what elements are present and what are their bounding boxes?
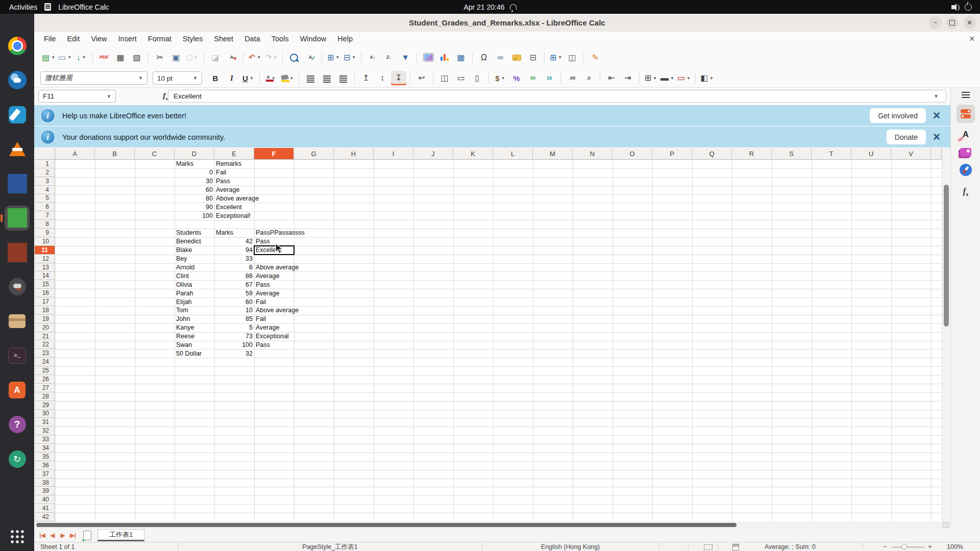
name-box[interactable]: F11 ▼: [38, 90, 116, 103]
row-header-17[interactable]: 17: [35, 297, 55, 306]
cell-E7[interactable]: Exceptional!: [214, 211, 254, 220]
headers-footers-button[interactable]: ⊟: [525, 51, 541, 65]
cell-E18[interactable]: 10: [214, 306, 254, 315]
dropdown-arrow-icon[interactable]: ▼: [290, 76, 294, 81]
bold-button[interactable]: B: [208, 71, 223, 85]
column-header-B[interactable]: B: [95, 148, 135, 160]
decrease-indent-button[interactable]: ⇤: [604, 71, 619, 85]
sheet-tab[interactable]: 工作表1: [97, 529, 144, 541]
dock-item-google-chrome[interactable]: [5, 33, 30, 58]
cell-E21[interactable]: 73: [214, 332, 254, 341]
add-sheet-icon[interactable]: [83, 531, 91, 540]
column-header-P[interactable]: P: [652, 148, 692, 160]
menu-view[interactable]: View: [85, 33, 112, 44]
column-header-A[interactable]: A: [55, 148, 95, 160]
save-button[interactable]: ↓▼: [74, 51, 89, 65]
row-header-12[interactable]: 12: [35, 255, 55, 263]
column-header-F[interactable]: F: [254, 148, 294, 160]
dropdown-arrow-icon[interactable]: ▼: [653, 76, 657, 81]
next-sheet-icon[interactable]: ▶: [58, 532, 68, 539]
row-header-8[interactable]: 8: [35, 220, 55, 229]
close-document-icon[interactable]: ✕: [969, 35, 975, 43]
dock-item-help[interactable]: ?: [5, 412, 30, 437]
row-header-6[interactable]: 6: [35, 203, 55, 211]
volume-icon[interactable]: [951, 5, 954, 9]
cell-E12[interactable]: 33: [214, 255, 254, 263]
split-window-button[interactable]: ◫: [565, 51, 580, 65]
cell-E2[interactable]: Fail: [214, 168, 254, 177]
cell-E10[interactable]: 42: [214, 237, 254, 246]
close-infobar-icon[interactable]: ✕: [929, 110, 944, 121]
cell-D5[interactable]: 80: [175, 194, 214, 203]
column-header-K[interactable]: K: [453, 148, 493, 160]
font-name-combobox[interactable]: 微软雅黑 ▼: [40, 71, 148, 85]
merge-cells-button[interactable]: ▭: [453, 71, 469, 85]
cell-F10[interactable]: Pass: [254, 237, 294, 246]
sort-descending-button[interactable]: Z↓: [381, 51, 397, 65]
dock-item-gimp[interactable]: [5, 274, 30, 299]
row-header-21[interactable]: 21: [35, 332, 55, 341]
cell-F17[interactable]: Fail: [254, 297, 294, 306]
cell-D17[interactable]: Elijah: [175, 297, 214, 306]
font-size-combobox[interactable]: 10 pt ▼: [153, 71, 202, 85]
print-button[interactable]: ▦: [113, 51, 128, 65]
horizontal-scrollbar-thumb[interactable]: [36, 523, 737, 527]
row-header-27[interactable]: 27: [35, 384, 55, 392]
highlighting-color-button[interactable]: ▼: [280, 71, 295, 85]
dropdown-arrow-icon[interactable]: ▼: [82, 55, 86, 60]
menu-tools[interactable]: Tools: [266, 33, 295, 44]
cell-E20[interactable]: 5: [214, 323, 254, 332]
cell-D2[interactable]: 0: [175, 168, 214, 177]
dock-item-software-updater[interactable]: ↻: [5, 446, 30, 471]
row-header-41[interactable]: 41: [35, 504, 55, 513]
font-color-button[interactable]: A▼: [263, 71, 279, 85]
cell-E15[interactable]: 67: [214, 280, 254, 289]
minimize-button[interactable]: −: [929, 16, 942, 29]
previous-sheet-icon[interactable]: ◀: [47, 532, 58, 539]
column-header-R[interactable]: R: [732, 148, 772, 160]
borders-button[interactable]: ⊞▼: [643, 71, 658, 85]
freeze-panes-button[interactable]: ⊞▼: [548, 51, 564, 65]
row-header-35[interactable]: 35: [35, 453, 55, 461]
cell-D15[interactable]: Olivia: [175, 280, 214, 289]
column-header-L[interactable]: L: [493, 148, 533, 160]
cell-E3[interactable]: Pass: [214, 177, 254, 186]
merge-and-center-button[interactable]: ◫: [437, 71, 452, 85]
row-header-24[interactable]: 24: [35, 358, 55, 366]
wrap-text-button[interactable]: ↩: [414, 71, 429, 85]
menu-window[interactable]: Window: [295, 33, 332, 44]
cell-E14[interactable]: 86: [214, 271, 254, 280]
menu-insert[interactable]: Insert: [113, 33, 142, 44]
row-header-37[interactable]: 37: [35, 470, 55, 479]
language-status[interactable]: English (Hong Kong): [482, 543, 659, 551]
dock-item-libreoffice-calc[interactable]: [5, 206, 30, 231]
sidebar-settings-button[interactable]: [957, 86, 975, 104]
undo-button[interactable]: ↶▼: [247, 51, 262, 65]
dock-item-thunderbird[interactable]: [5, 68, 30, 93]
clock[interactable]: Apr 21 20:46: [463, 3, 504, 11]
sidebar-navigator-button[interactable]: [957, 161, 975, 179]
zoom-slider-track[interactable]: [892, 546, 925, 548]
cell-D12[interactable]: Bey: [175, 255, 214, 263]
column-header-O[interactable]: O: [612, 148, 652, 160]
column-header-U[interactable]: U: [851, 148, 891, 160]
column-header-E[interactable]: E: [214, 148, 254, 160]
vertical-scrollbar-thumb[interactable]: [944, 185, 949, 327]
dock-item-app-grid[interactable]: [5, 524, 30, 549]
row-header-15[interactable]: 15: [35, 280, 55, 289]
insert-row-button[interactable]: ⊞▼: [326, 51, 341, 65]
cell-F21[interactable]: Exceptional: [254, 332, 294, 341]
insert-comment-button[interactable]: [509, 51, 524, 65]
selection-sum[interactable]: Average: ; Sum: 0: [718, 543, 863, 551]
center-vertically-button[interactable]: ↕: [375, 71, 390, 85]
cell-E11[interactable]: 94: [214, 246, 254, 255]
row-header-13[interactable]: 13: [35, 263, 55, 272]
menu-sheet[interactable]: Sheet: [208, 33, 239, 44]
dropdown-arrow-icon[interactable]: ▼: [352, 55, 356, 60]
cell-F13[interactable]: Above average: [254, 263, 294, 272]
sort-ascending-button[interactable]: A↓: [365, 51, 380, 65]
copy-button[interactable]: ▣: [168, 51, 184, 65]
border-color-button[interactable]: ▭▼: [676, 71, 692, 85]
row-header-3[interactable]: 3: [35, 177, 55, 186]
row-header-23[interactable]: 23: [35, 349, 55, 358]
